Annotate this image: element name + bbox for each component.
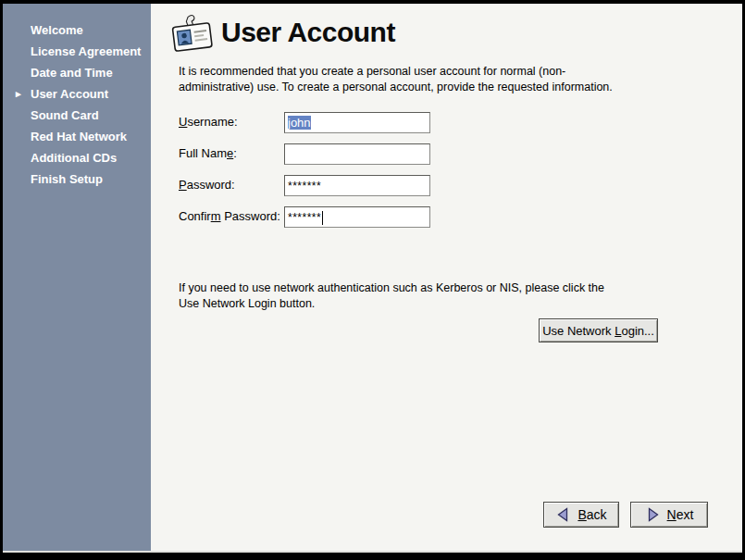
sidebar-item-user-account: ▸ User Account <box>3 83 151 105</box>
sidebar-item-label: Date and Time <box>31 66 113 80</box>
sidebar-item-welcome: Welcome <box>3 19 151 41</box>
page-title: User Account <box>221 17 395 48</box>
sidebar-item-license-agreement: License Agreement <box>3 41 151 62</box>
username-label-text: sername: <box>187 115 237 129</box>
next-arrow-icon <box>645 507 661 522</box>
password-input[interactable]: ******* <box>284 175 430 196</box>
back-accel: B <box>577 507 586 522</box>
sidebar-item-label: User Account <box>31 87 108 101</box>
full-name-label: Full Name: <box>179 146 237 160</box>
sidebar-item-finish-setup: Finish Setup <box>3 168 151 190</box>
active-step-arrow-icon: ▸ <box>16 83 21 105</box>
use-network-login-button[interactable]: Use Network Login... <box>539 318 658 342</box>
username-label: Username: <box>179 115 238 129</box>
full-name-label-text: Full Nam <box>179 146 227 160</box>
sidebar-item-sound-card: Sound Card <box>3 105 151 126</box>
intro-text: It is recommended that you create a pers… <box>179 64 678 95</box>
wizard-step-list: Welcome License Agreement Date and Time … <box>3 19 151 190</box>
next-label-text: ext <box>677 507 694 522</box>
sidebar-item-red-hat-network: Red Hat Network <box>3 126 151 147</box>
sidebar-item-label: Finish Setup <box>31 172 103 186</box>
username-input[interactable]: john <box>284 112 430 133</box>
use-network-login-label-post: ogin... <box>621 324 653 338</box>
sidebar-item-label: License Agreement <box>31 44 141 58</box>
network-auth-text: If you need to use network authenticatio… <box>179 280 697 312</box>
setup-agent-window: Welcome License Agreement Date and Time … <box>3 4 742 553</box>
next-label: Next <box>667 507 694 522</box>
network-auth-line-2: Use Network Login button. <box>179 296 697 312</box>
text-cursor <box>322 211 323 225</box>
id-badge-icon <box>171 13 214 56</box>
password-label: Password: <box>179 178 235 192</box>
back-button[interactable]: Back <box>543 502 619 528</box>
next-button[interactable]: Next <box>630 502 708 528</box>
back-label: Back <box>577 507 606 522</box>
intro-line-1: It is recommended that you create a pers… <box>179 64 678 80</box>
confirm-password-value-masked: ******* <box>288 211 321 224</box>
sidebar-item-label: Red Hat Network <box>31 130 127 143</box>
full-name-label-colon: : <box>233 146 237 160</box>
intro-line-2: administrative) use. To create a persona… <box>179 80 678 95</box>
password-value-masked: ******* <box>288 180 321 193</box>
sidebar-item-label: Additional CDs <box>31 151 117 165</box>
full-name-input[interactable] <box>284 143 430 165</box>
sidebar-item-label: Welcome <box>31 23 83 37</box>
main-content: User Account It is recommended that you … <box>151 4 742 551</box>
confirm-password-label-pre: Confir <box>179 209 211 223</box>
username-accel: U <box>179 115 187 129</box>
network-auth-line-1: If you need to use network authenticatio… <box>179 280 697 296</box>
password-label-text: assword: <box>187 178 235 192</box>
password-accel: P <box>179 178 187 192</box>
wizard-steps-sidebar: Welcome License Agreement Date and Time … <box>3 4 151 551</box>
username-value-selected: john <box>288 116 311 130</box>
sidebar-item-label: Sound Card <box>31 108 99 122</box>
confirm-password-input[interactable]: ******* <box>284 206 430 228</box>
confirm-password-label-post: Password: <box>221 209 280 223</box>
use-network-login-label-pre: Use Network <box>542 324 615 338</box>
back-arrow-icon <box>555 507 571 522</box>
confirm-password-accel: m <box>211 209 221 223</box>
back-label-text: ack <box>587 507 607 522</box>
use-network-login-label: Use Network Login... <box>542 324 654 338</box>
next-accel: N <box>667 507 677 522</box>
confirm-password-label: Confirm Password: <box>179 209 280 223</box>
sidebar-item-date-and-time: Date and Time <box>3 62 151 83</box>
sidebar-item-additional-cds: Additional CDs <box>3 147 151 168</box>
